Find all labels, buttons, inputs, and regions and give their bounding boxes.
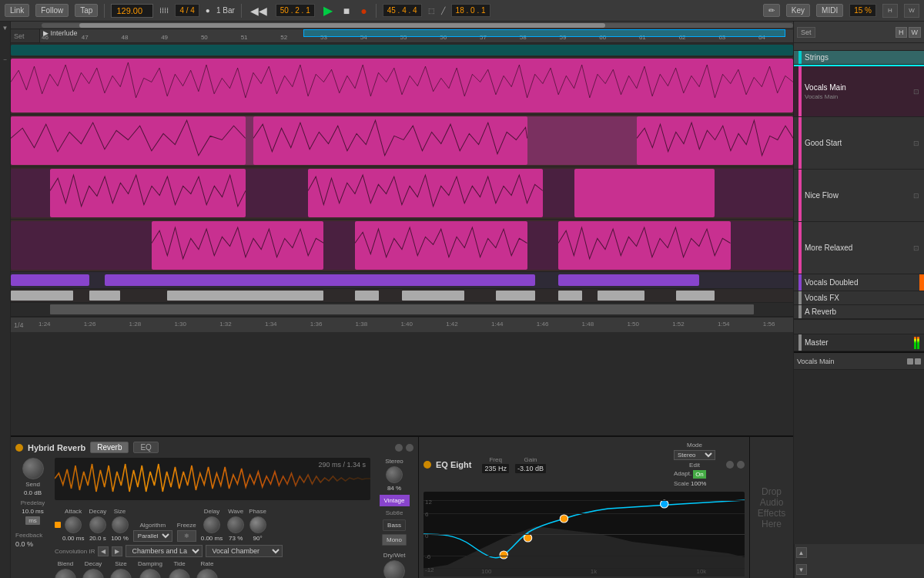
vocals-doubled-clip3[interactable]	[558, 274, 699, 286]
play-button[interactable]: ▶	[321, 3, 335, 18]
attack-knob[interactable]	[65, 516, 82, 533]
nice-flow-clip1[interactable]	[50, 169, 246, 217]
decay-knob[interactable]	[89, 516, 106, 533]
device-chain-icon2[interactable]	[915, 358, 921, 365]
record-button[interactable]: ●	[358, 5, 369, 17]
more-relaxed-clip2[interactable]	[355, 221, 527, 270]
adapt-on-button[interactable]: On	[693, 470, 706, 479]
mode-select[interactable]: StereoMid/Side	[674, 450, 715, 460]
predelay-ms-btn[interactable]: ms	[25, 516, 40, 525]
vocals-fx-clip3[interactable]	[167, 291, 323, 301]
timeline-ruler[interactable]: Set ▶ Interlude 46 47 48 49 50 51 52 53 …	[11, 29, 793, 43]
track-label-good-start[interactable]: Good Start ⊡	[794, 117, 924, 170]
tide-knob[interactable]	[169, 569, 190, 578]
follow-button[interactable]: Follow	[35, 4, 69, 17]
vintage-button[interactable]: Vintage	[380, 495, 410, 506]
bass-button[interactable]: Bass	[383, 519, 406, 531]
midi-button[interactable]: MIDI	[816, 4, 843, 17]
convolution-next-btn[interactable]: ▶	[112, 546, 122, 556]
vocals-main-clip1[interactable]	[11, 59, 793, 113]
vocals-main-fold[interactable]: ⊡	[913, 88, 919, 96]
freeze-button[interactable]: ❄	[177, 530, 196, 542]
good-start-clip2[interactable]	[253, 116, 527, 165]
eq-display[interactable]: 12 6 0 -6 -12 100 1k 10k	[424, 492, 745, 576]
top-scrollbar[interactable]	[11, 22, 793, 29]
prev-button[interactable]: ◀◀	[248, 5, 270, 17]
track-label-vocals-main[interactable]: Vocals Main Vocals Main ⊡	[794, 65, 924, 117]
vocals-fx-clip5[interactable]	[402, 291, 464, 301]
track-label-vocals-doubled[interactable]: Vocals Doubled	[794, 274, 924, 291]
tap-button[interactable]: Tap	[75, 4, 98, 17]
track-label-nice-flow[interactable]: Nice Flow ⊡	[794, 170, 924, 222]
track-list-scrollbar[interactable]	[794, 43, 924, 51]
vocals-doubled-clip2[interactable]	[105, 274, 535, 286]
stereo-knob[interactable]	[386, 466, 403, 483]
a-reverb-clip1[interactable]	[50, 304, 754, 314]
reverb-tab1[interactable]: Reverb	[90, 442, 129, 453]
reverb-power-dot[interactable]	[15, 444, 23, 452]
size2-knob[interactable]	[110, 569, 132, 578]
strings-clip[interactable]	[11, 45, 793, 55]
track-label-more-relaxed[interactable]: More Relaxed ⊡	[794, 222, 924, 274]
collapse-btn[interactable]: ▼	[2, 25, 8, 32]
mono-button[interactable]: Mono	[382, 534, 407, 546]
vocals-fx-clip7[interactable]	[558, 291, 581, 301]
eq-band4-point[interactable]	[524, 534, 531, 542]
more-relaxed-fold[interactable]: ⊡	[913, 244, 919, 252]
track-label-a-reverb[interactable]: A Reverb	[794, 305, 924, 319]
track-label-master[interactable]: Master	[794, 334, 924, 351]
nice-flow-clip3[interactable]	[574, 169, 715, 217]
h-button[interactable]: H	[882, 4, 898, 18]
vocals-fx-clip2[interactable]	[89, 291, 121, 301]
size-knob[interactable]	[112, 516, 129, 533]
eq-band6-point[interactable]	[661, 500, 668, 508]
rate-knob[interactable]	[196, 569, 218, 578]
set-btn[interactable]: Set	[797, 27, 815, 38]
eq-close-dot[interactable]	[737, 461, 745, 469]
algorithm-select[interactable]: Parallel Series	[133, 530, 172, 542]
phase-knob[interactable]	[249, 516, 266, 533]
convolution-category-select[interactable]: Chambers and Large Rooms	[126, 545, 203, 557]
stop-button[interactable]: ■	[341, 5, 352, 17]
wave-knob[interactable]	[227, 516, 244, 533]
loop-region[interactable]	[303, 29, 785, 37]
good-start-clip3[interactable]	[637, 116, 793, 165]
eq-power-dot[interactable]	[424, 461, 431, 469]
bpm-input[interactable]	[111, 4, 153, 18]
track-label-vocals-fx[interactable]: Vocals FX	[794, 291, 924, 305]
drywet-knob[interactable]	[383, 560, 405, 578]
effects-panel[interactable]: Drop Audio Effects Here	[750, 437, 793, 578]
send-knob[interactable]	[22, 458, 44, 479]
vocals-fx-clip1[interactable]	[11, 291, 73, 301]
w-btn-header[interactable]: W	[909, 27, 922, 38]
reverb-tab2[interactable]: EQ	[133, 442, 158, 453]
blend-knob[interactable]	[55, 569, 76, 578]
vocals-fx-clip9[interactable]	[676, 291, 715, 301]
reverb-save-dot[interactable]	[395, 444, 403, 452]
damping-knob[interactable]	[139, 569, 161, 578]
convolution-preset-select[interactable]: Vocal Chamber	[206, 545, 283, 557]
nice-flow-fold[interactable]: ⊡	[913, 192, 919, 200]
vocals-doubled-clip1[interactable]	[11, 274, 89, 286]
nice-flow-clip2[interactable]	[308, 169, 543, 217]
vocals-fx-clip4[interactable]	[355, 291, 378, 301]
scroll-up-btn[interactable]: ▲	[796, 547, 807, 558]
scroll-down-btn[interactable]: ▼	[796, 564, 807, 575]
delay-knob[interactable]	[203, 516, 220, 533]
eq-band5-point[interactable]	[560, 515, 567, 523]
track-label-strings[interactable]: Strings	[794, 51, 924, 65]
link-button[interactable]: Link	[5, 4, 29, 17]
vocals-fx-clip8[interactable]	[598, 291, 644, 301]
eq-save-dot[interactable]	[726, 461, 734, 469]
good-start-fold[interactable]: ⊡	[913, 139, 919, 147]
decay2-knob[interactable]	[82, 569, 104, 578]
key-button[interactable]: Key	[786, 4, 810, 17]
more-relaxed-clip3[interactable]	[558, 221, 731, 270]
w-button[interactable]: W	[904, 4, 919, 18]
good-start-clip1[interactable]	[11, 116, 246, 165]
bottom-time-ruler[interactable]: 1/4 1:24 1:26 1:28 1:30 1:32 1:34 1:36 1…	[11, 317, 793, 332]
more-relaxed-clip1[interactable]	[152, 221, 324, 270]
reverb-close-dot[interactable]	[406, 444, 413, 452]
device-chain-icon1[interactable]	[907, 358, 913, 365]
convolution-prev-btn[interactable]: ◀	[98, 546, 109, 556]
